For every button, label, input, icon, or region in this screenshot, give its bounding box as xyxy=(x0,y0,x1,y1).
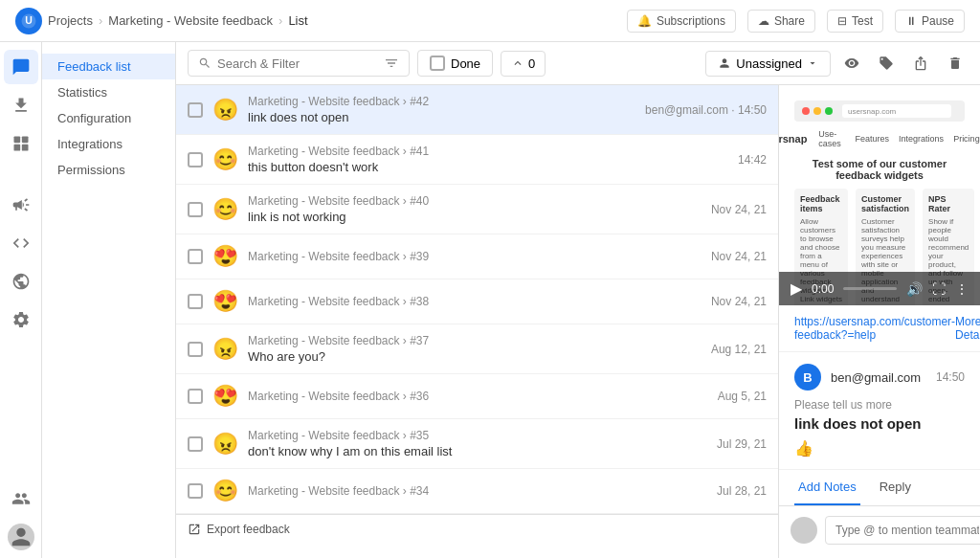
eye-icon[interactable] xyxy=(838,50,865,77)
list-item[interactable]: 😊 Marketing - Website feedback › #34 Jul… xyxy=(176,469,778,514)
brand-logo[interactable]: U xyxy=(15,8,42,34)
volume-icon[interactable]: 🔊 xyxy=(906,281,923,297)
breadcrumb-project[interactable]: Marketing - Website feedback xyxy=(108,13,273,28)
list-checkbox[interactable] xyxy=(188,249,203,264)
list-checkbox[interactable] xyxy=(188,436,203,452)
play-button[interactable]: ▶ xyxy=(791,279,802,298)
list-checkbox[interactable] xyxy=(188,202,203,217)
comment-label: Please tell us more xyxy=(794,398,965,412)
item-title: Marketing - Website feedback › #36 xyxy=(248,390,701,403)
search-box[interactable] xyxy=(188,50,410,77)
svg-rect-2 xyxy=(13,137,20,144)
search-icon xyxy=(198,56,212,70)
reply-input[interactable] xyxy=(825,516,980,545)
list-item[interactable]: 😊 Marketing - Website feedback › #40 lin… xyxy=(176,185,778,234)
chevron-up-icon xyxy=(511,56,524,70)
feedback-url[interactable]: https://usersnap.com/customer-feedback?=… xyxy=(794,315,955,342)
filter-icon[interactable] xyxy=(384,56,399,71)
video-headline: Test some of our customer feedback widge… xyxy=(794,158,965,181)
item-content: Marketing - Website feedback › #41 this … xyxy=(248,145,721,174)
item-title: Marketing - Website feedback › #40 xyxy=(248,194,694,208)
bell-icon: 🔔 xyxy=(637,14,652,28)
item-content: Marketing - Website feedback › #35 don't… xyxy=(248,429,700,458)
like-icon[interactable]: 👍 xyxy=(794,440,813,457)
list-item[interactable]: 😍 Marketing - Website feedback › #39 Nov… xyxy=(176,234,778,279)
list-checkbox[interactable] xyxy=(188,152,203,167)
reply-avatar xyxy=(791,517,817,544)
sidebar-icon-users[interactable] xyxy=(4,481,38,516)
emoji-avatar: 😠 xyxy=(212,337,238,362)
list-checkbox[interactable] xyxy=(188,294,203,309)
left-nav: Feedback list Statistics Configuration I… xyxy=(42,42,176,558)
assign-button[interactable]: Unassigned xyxy=(705,51,831,77)
sidebar-icon-globe[interactable] xyxy=(4,264,38,299)
video-time: 0:00 xyxy=(812,282,834,296)
export-feedback-icon xyxy=(188,523,201,536)
detail-video: usersnap.com U usersnap Use-cases Featur… xyxy=(779,85,980,305)
nav-configuration[interactable]: Configuration xyxy=(42,105,175,131)
nav-feedback-list[interactable]: Feedback list xyxy=(42,54,175,79)
item-content: Marketing - Website feedback › #39 xyxy=(248,250,694,263)
sidebar-icon-feedback[interactable] xyxy=(4,50,38,84)
nav-integrations[interactable]: Integrations xyxy=(42,131,175,157)
breadcrumb-projects[interactable]: Projects xyxy=(48,13,93,28)
usersnap-logo-text: usersnap xyxy=(779,133,807,145)
share-button[interactable]: ☁ Share xyxy=(747,10,815,33)
list-item[interactable]: 😊 Marketing - Website feedback › #41 thi… xyxy=(176,135,778,185)
sidebar-icon-code[interactable] xyxy=(4,226,38,260)
comment-text: link does not open xyxy=(794,415,965,432)
sidebar-icon-settings[interactable] xyxy=(4,302,38,337)
item-meta: Jul 28, 21 xyxy=(717,484,767,498)
list-checkbox[interactable] xyxy=(188,389,203,404)
tab-reply[interactable]: Reply xyxy=(876,470,915,505)
video-progress-bar[interactable] xyxy=(843,287,897,290)
sidebar-icon-download[interactable] xyxy=(4,88,38,123)
item-meta: Nov 24, 21 xyxy=(711,295,767,308)
item-desc: link is not working xyxy=(248,210,694,224)
done-checkbox xyxy=(430,56,445,71)
list-item[interactable]: 😍 Marketing - Website feedback › #38 Nov… xyxy=(176,279,778,324)
item-title: Marketing - Website feedback › #38 xyxy=(248,295,694,308)
subscriptions-button[interactable]: 🔔 Subscriptions xyxy=(627,10,736,33)
sidebar-icon-dashboard[interactable] xyxy=(4,126,38,161)
done-button[interactable]: Done xyxy=(417,50,493,77)
list-checkbox[interactable] xyxy=(188,102,203,118)
sidebar xyxy=(0,42,42,558)
test-button[interactable]: ⊟ Test xyxy=(827,10,883,33)
item-desc: link does not open xyxy=(248,110,628,124)
item-meta: Aug 5, 21 xyxy=(718,390,767,403)
item-meta: 14:42 xyxy=(738,153,767,167)
list-item[interactable]: 😠 Marketing - Website feedback › #42 lin… xyxy=(176,85,778,135)
search-input[interactable] xyxy=(217,56,378,71)
list-checkbox[interactable] xyxy=(188,483,203,499)
tag-icon[interactable] xyxy=(873,50,900,77)
tab-add-notes[interactable]: Add Notes xyxy=(794,470,860,505)
more-details-link[interactable]: More Details xyxy=(955,315,980,342)
item-content: Marketing - Website feedback › #34 xyxy=(248,484,700,498)
export-icon[interactable] xyxy=(907,50,934,77)
export-bar[interactable]: Export feedback xyxy=(176,514,778,544)
detail-tabs: Add Notes Reply xyxy=(779,470,980,506)
pause-button[interactable]: ⏸ Pause xyxy=(895,10,965,33)
list-item[interactable]: 😍 Marketing - Website feedback › #36 Aug… xyxy=(176,374,778,419)
svg-text:U: U xyxy=(25,14,33,26)
breadcrumb-current: List xyxy=(288,13,307,28)
list-item[interactable]: 😠 Marketing - Website feedback › #37 Who… xyxy=(176,324,778,374)
sidebar-icon-megaphone[interactable] xyxy=(4,188,38,222)
video-controls: ▶ 0:00 🔊 ⛶ ⋮ xyxy=(779,272,980,305)
item-meta: Aug 12, 21 xyxy=(711,343,767,356)
nav-statistics[interactable]: Statistics xyxy=(42,79,175,105)
nav-permissions[interactable]: Permissions xyxy=(42,157,175,183)
emoji-avatar: 😊 xyxy=(212,479,238,503)
delete-icon[interactable] xyxy=(942,50,969,77)
fullscreen-icon[interactable]: ⛶ xyxy=(932,281,946,297)
vote-button[interactable]: 0 xyxy=(501,51,546,77)
more-icon[interactable]: ⋮ xyxy=(955,281,969,297)
list-checkbox[interactable] xyxy=(188,342,203,357)
detail-comment: B ben@gmail.com 14:50 Please tell us mor… xyxy=(779,352,980,470)
user-icon xyxy=(718,56,731,70)
item-title: Marketing - Website feedback › #42 xyxy=(248,95,628,108)
breadcrumb-sep-1: › xyxy=(99,13,102,28)
sidebar-icon-avatar[interactable] xyxy=(8,524,34,550)
list-item[interactable]: 😠 Marketing - Website feedback › #35 don… xyxy=(176,419,778,469)
